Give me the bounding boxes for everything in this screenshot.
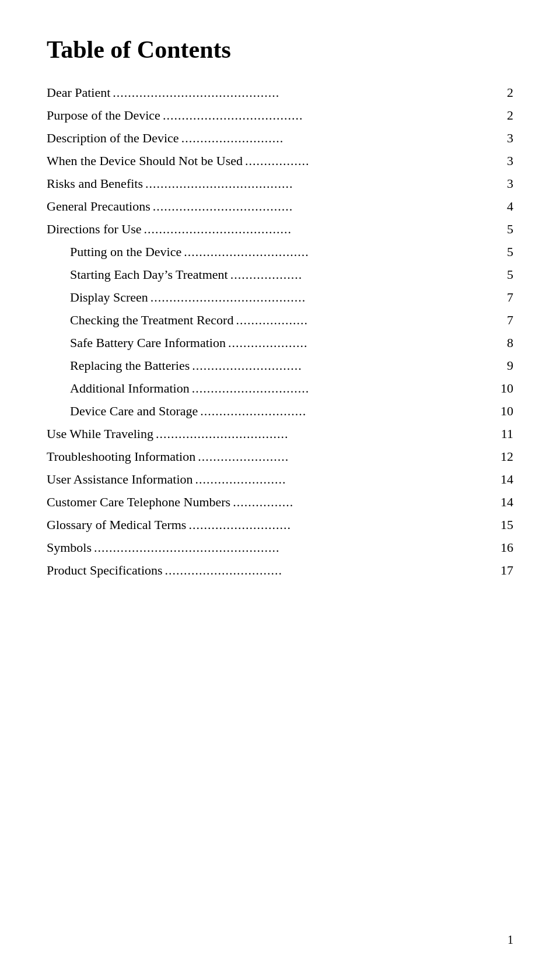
toc-label: Troubleshooting Information [47,447,195,466]
toc-label: Directions for Use [47,219,142,239]
toc-page: 8 [507,333,513,352]
toc-dots [94,538,498,557]
toc-item: Putting on the Device5 [47,242,513,261]
toc-label: Purpose of the Device [47,106,160,125]
toc-dots [165,561,498,580]
toc-dots [184,242,505,261]
toc-dots [195,470,499,489]
toc-page: 2 [507,83,513,102]
toc-item: Product Specifications17 [47,561,513,580]
toc-dots [144,219,505,239]
toc-label: Customer Care Telephone Numbers [47,492,230,512]
toc-label: Risks and Benefits [47,174,143,193]
toc-dots [188,515,498,534]
toc-dots [192,379,498,398]
toc-dots [163,106,505,125]
toc-item: Additional Information10 [47,379,513,398]
toc-label: Checking the Treatment Record [70,310,233,330]
toc-label: Glossary of Medical Terms [47,515,186,534]
toc-page: 4 [507,197,513,216]
toc-label: User Assistance Information [47,470,193,489]
toc-page: 5 [507,219,513,239]
toc-item: User Assistance Information14 [47,470,513,489]
toc-dots [181,128,505,148]
toc-dots [233,492,498,512]
toc-dots [198,447,498,466]
toc-label: Product Specifications [47,561,163,580]
toc-item: Purpose of the Device2 [47,106,513,125]
toc-label: Starting Each Day’s Treatment [70,265,228,284]
toc-item: Device Care and Storage10 [47,401,513,421]
toc-page: 10 [501,401,513,421]
toc-label: Additional Information [70,379,190,398]
toc-item: Troubleshooting Information12 [47,447,513,466]
toc-page: 2 [507,106,513,125]
toc-label: Safe Battery Care Information [70,333,226,352]
toc-item: Description of the Device3 [47,128,513,148]
toc-label: General Precautions [47,197,150,216]
toc-page: 5 [507,265,513,284]
toc-dots [236,310,505,330]
toc-item: Safe Battery Care Information8 [47,333,513,352]
toc-page: 5 [507,242,513,261]
toc-page: 3 [507,151,513,170]
toc-dots [200,401,498,421]
toc-label: Dear Patient [47,83,110,102]
toc-page: 14 [501,470,513,489]
toc-item: Starting Each Day’s Treatment5 [47,265,513,284]
toc-dots [245,151,505,170]
toc-item: Checking the Treatment Record7 [47,310,513,330]
toc-dots [150,288,505,307]
toc-dots [230,265,505,284]
toc-dots [153,197,505,216]
toc-item: Customer Care Telephone Numbers14 [47,492,513,512]
toc-label: Replacing the Batteries [70,356,190,375]
toc-dots [113,83,505,102]
toc-page: 12 [501,447,513,466]
toc-page: 9 [507,356,513,375]
page-title: Table of Contents [47,35,513,64]
toc-item: Display Screen7 [47,288,513,307]
toc-label: Device Care and Storage [70,401,198,421]
toc-label: Putting on the Device [70,242,181,261]
toc-page: 3 [507,174,513,193]
toc-dots [228,333,505,352]
toc-item: When the Device Should Not be Used3 [47,151,513,170]
toc-dots [192,356,505,375]
toc-item: Replacing the Batteries9 [47,356,513,375]
toc-label: Symbols [47,538,92,557]
toc-page: 11 [501,424,513,443]
toc-dots [145,174,505,193]
toc-page: 7 [507,288,513,307]
toc-page: 10 [501,379,513,398]
toc-label: When the Device Should Not be Used [47,151,243,170]
toc-item: Use While Traveling11 [47,424,513,443]
toc-label: Use While Traveling [47,424,153,443]
toc-dots [156,424,499,443]
toc-page: 17 [501,561,513,580]
toc-page: 15 [501,515,513,534]
toc-item: Symbols16 [47,538,513,557]
toc-item: Glossary of Medical Terms15 [47,515,513,534]
toc-label: Display Screen [70,288,148,307]
table-of-contents: Dear Patient2Purpose of the Device2Descr… [47,83,513,580]
toc-item: Directions for Use5 [47,219,513,239]
toc-item: General Precautions4 [47,197,513,216]
toc-page: 16 [501,538,513,557]
toc-label: Description of the Device [47,128,179,148]
toc-item: Risks and Benefits3 [47,174,513,193]
toc-page: 14 [501,492,513,512]
toc-item: Dear Patient2 [47,83,513,102]
toc-page: 3 [507,128,513,148]
toc-page: 7 [507,310,513,330]
page-number: 1 [508,933,513,947]
